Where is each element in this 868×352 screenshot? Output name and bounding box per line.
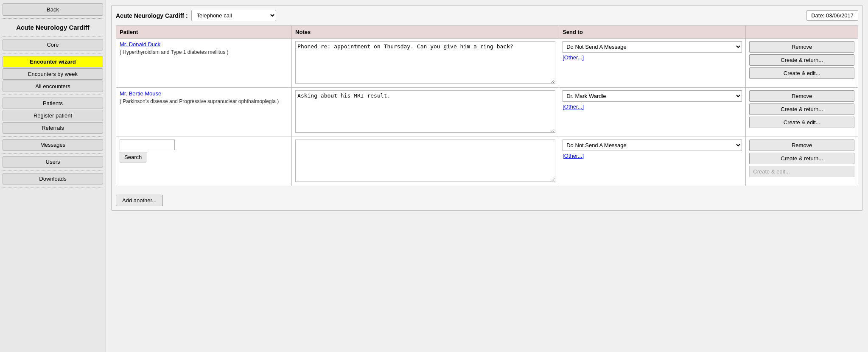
date-value: 03/06/2017 (826, 12, 854, 19)
remove-button-2[interactable]: Remove (749, 90, 854, 102)
sidebar-item-encounter-wizard[interactable]: Encounter wizard (3, 56, 103, 67)
actions-cell-2: Remove Create & return... Create & edit.… (746, 88, 858, 137)
create-edit-button-2[interactable]: Create & edit... (749, 117, 854, 128)
divider-5 (3, 136, 103, 137)
sidebar-item-all-encounters[interactable]: All encounters (3, 81, 103, 92)
date-label: Date: (811, 12, 824, 19)
table-row: Mr. Donald Duck ( Hyperthyroidism and Ty… (116, 39, 858, 88)
other-link-1[interactable]: [Other...] (563, 54, 584, 61)
create-return-button-1[interactable]: Create & return... (749, 54, 854, 66)
encounter-table: Patient Notes Send to Mr. Donald Duck ( … (116, 25, 858, 186)
other-link-3[interactable]: [Other...] (563, 153, 584, 159)
sidebar-item-register-patient[interactable]: Register patient (3, 110, 103, 121)
sidebar-item-core[interactable]: Core (3, 39, 103, 50)
sidebar-item-patients[interactable]: Patients (3, 98, 103, 109)
table-footer: Add another... (116, 190, 858, 206)
send-to-cell-2: Dr. Mark Wardle Do Not Send A Message [O… (559, 88, 746, 137)
send-to-select-2[interactable]: Dr. Mark Wardle Do Not Send A Message (563, 90, 742, 102)
actions-cell-3: Remove Create & return... Create & edit.… (746, 137, 858, 186)
create-edit-button-3: Create & edit... (749, 166, 854, 177)
back-button[interactable]: Back (3, 3, 103, 16)
table-row: Mr. Bertie Mouse ( Parkinson's disease a… (116, 88, 858, 137)
notes-textarea-1[interactable] (295, 41, 555, 84)
top-bar: Acute Neurology Cardiff : Telephone call… (116, 10, 858, 21)
top-bar-left: Acute Neurology Cardiff : Telephone call… (116, 10, 276, 21)
send-to-cell-3: Do Not Send A Message Dr. Mark Wardle [O… (559, 137, 746, 186)
top-bar-right: Date: 03/06/2017 (806, 10, 858, 21)
create-edit-button-1[interactable]: Create & edit... (749, 67, 854, 79)
send-to-select-1[interactable]: Do Not Send A Message Dr. Mark Wardle (563, 41, 742, 53)
notes-cell-2 (292, 88, 559, 137)
divider-4 (3, 95, 103, 95)
action-buttons-3: Remove Create & return... Create & edit.… (749, 140, 854, 177)
send-to-select-3[interactable]: Do Not Send A Message Dr. Mark Wardle (563, 140, 742, 151)
send-to-cell-1: Do Not Send A Message Dr. Mark Wardle [O… (559, 39, 746, 88)
create-return-button-2[interactable]: Create & return... (749, 103, 854, 115)
divider-7 (3, 170, 103, 170)
action-buttons-1: Remove Create & return... Create & edit.… (749, 41, 854, 79)
clinic-name: Acute Neurology Cardiff (3, 21, 103, 34)
remove-button-1[interactable]: Remove (749, 41, 854, 53)
sidebar-item-users[interactable]: Users (3, 156, 103, 168)
notes-textarea-3[interactable] (295, 140, 555, 182)
sidebar-item-referrals[interactable]: Referrals (3, 122, 103, 134)
sidebar-item-encounters-by-week[interactable]: Encounters by week (3, 68, 103, 80)
other-link-2[interactable]: [Other...] (563, 103, 584, 110)
divider-2 (3, 36, 103, 36)
patient-link-2[interactable]: Mr. Bertie Mouse (120, 90, 161, 97)
divider-1 (3, 18, 103, 19)
search-row: Search (120, 140, 288, 162)
notes-cell-1 (292, 39, 559, 88)
divider-3 (3, 53, 103, 53)
search-input[interactable] (120, 140, 175, 150)
table-row: Search Do Not Send A Message Dr. Mark Wa… (116, 137, 858, 186)
encounter-card: Acute Neurology Cardiff : Telephone call… (111, 5, 863, 211)
patient-cell-1: Mr. Donald Duck ( Hyperthyroidism and Ty… (116, 39, 292, 88)
encounter-type-select[interactable]: Telephone call In person Email (191, 10, 276, 21)
col-actions (746, 26, 858, 39)
col-patient: Patient (116, 26, 292, 39)
add-another-button[interactable]: Add another... (116, 195, 163, 206)
main-content: Acute Neurology Cardiff : Telephone call… (106, 0, 868, 352)
divider-8 (3, 187, 103, 187)
actions-cell-1: Remove Create & return... Create & edit.… (746, 39, 858, 88)
patient-cell-3: Search (116, 137, 292, 186)
remove-button-3[interactable]: Remove (749, 140, 854, 151)
divider-6 (3, 153, 103, 154)
col-send-to: Send to (559, 26, 746, 39)
action-buttons-2: Remove Create & return... Create & edit.… (749, 90, 854, 128)
date-box: Date: 03/06/2017 (806, 10, 858, 21)
patient-cell-2: Mr. Bertie Mouse ( Parkinson's disease a… (116, 88, 292, 137)
notes-textarea-2[interactable] (295, 90, 555, 133)
patient-conditions-1: ( Hyperthyroidism and Type 1 diabetes me… (120, 49, 288, 55)
col-notes: Notes (292, 26, 559, 39)
sidebar-item-messages[interactable]: Messages (3, 139, 103, 151)
clinic-label: Acute Neurology Cardiff : (116, 12, 188, 19)
patient-link-1[interactable]: Mr. Donald Duck (120, 41, 160, 47)
notes-cell-3 (292, 137, 559, 186)
sidebar-item-downloads[interactable]: Downloads (3, 173, 103, 184)
sidebar: Back Acute Neurology Cardiff Core Encoun… (0, 0, 106, 352)
create-return-button-3[interactable]: Create & return... (749, 153, 854, 164)
search-button[interactable]: Search (120, 152, 146, 162)
patient-conditions-2: ( Parkinson's disease and Progressive su… (120, 98, 288, 104)
